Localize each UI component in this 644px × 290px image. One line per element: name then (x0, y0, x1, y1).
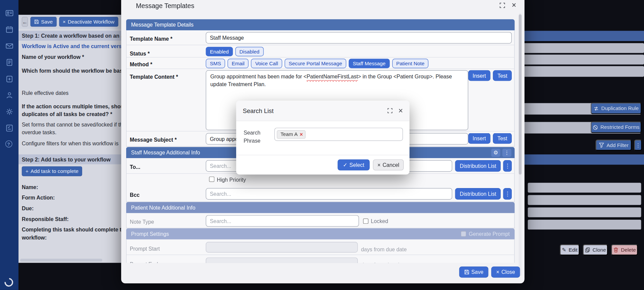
method-voice-call-toggle[interactable]: Voice Call (251, 59, 282, 68)
prompt-start-input (206, 242, 358, 253)
delete-button[interactable]: Delete (611, 244, 638, 255)
check-icon: ✓ (343, 162, 347, 168)
close-modal-button[interactable]: × (512, 2, 516, 8)
chip-remove-icon[interactable]: × (300, 131, 303, 137)
person-icon (5, 91, 13, 99)
restricted-forms-button[interactable]: Restricted Forms (591, 121, 641, 133)
add-filter-button[interactable]: Add Filter (596, 140, 632, 151)
cancel-button[interactable]: × Cancel (373, 159, 404, 171)
workflow-form-label: Which form should the workflow be based (22, 68, 121, 74)
kebab-icon: ⋮ (504, 149, 509, 155)
gear-icon: ⚙ (493, 149, 498, 155)
dialog-footer: ✓ Select × Cancel (236, 155, 409, 175)
contact-card-icon (5, 9, 13, 17)
sidebar-item-settings[interactable] (5, 108, 13, 116)
duplicates-question-line2: duplicates of all tasks be created? * (22, 111, 112, 117)
save-icon (34, 19, 39, 24)
modal-title: Message Templates (136, 2, 194, 10)
sidebar-item-help[interactable]: ? (5, 140, 13, 148)
save-workflow-button[interactable]: Save (30, 17, 57, 27)
prompt-end-input (206, 257, 358, 263)
task-name-label: Name: (22, 184, 38, 190)
locked-checkbox[interactable] (363, 218, 368, 224)
prompt-settings-section-header: Prompt Settings Generate Prompt (126, 228, 515, 240)
gear-icon (5, 108, 13, 116)
rule-dates-label: Rule effective dates (22, 90, 69, 96)
sidebar-item-intake[interactable] (5, 75, 13, 83)
sidebar-item-calendar[interactable] (5, 26, 13, 34)
save-icon (464, 269, 469, 275)
subject-test-button[interactable]: Test (493, 133, 512, 144)
high-priority-checkbox[interactable] (209, 177, 214, 182)
step2-header: Step 2: Add tasks to your workflow (19, 154, 121, 164)
sidebar-item-tasks[interactable] (5, 124, 13, 132)
dialog-close-button[interactable]: × (398, 108, 403, 113)
modal-close-button[interactable]: × Close (491, 266, 520, 278)
prompt-end-suffix: days from due date (358, 257, 407, 263)
dialog-maximize-button[interactable] (387, 108, 393, 113)
mail-icon (5, 42, 13, 50)
background-section-header (517, 31, 644, 41)
method-secure-portal-toggle[interactable]: Secure Portal Message (285, 59, 346, 68)
duplication-rule-button[interactable]: Duplication Rule (591, 103, 641, 114)
bcc-distribution-list-button[interactable]: Distribution List (455, 188, 501, 200)
modal-scrollbar[interactable] (519, 13, 522, 276)
method-email-toggle[interactable]: Email (227, 59, 249, 68)
filter-kebab-button[interactable]: ⋮ (634, 140, 642, 151)
bcc-search-input[interactable] (206, 188, 453, 200)
patient-note-section-header: Patient Note Additional Info (126, 202, 515, 213)
restricted-icon (593, 124, 598, 130)
template-name-input[interactable] (206, 32, 512, 43)
clone-button[interactable]: Clone (583, 244, 608, 255)
prompt-end-label: Prompt End (130, 257, 206, 263)
horizontal-scrollbar[interactable] (20, 259, 102, 262)
status-enabled-toggle[interactable]: Enabled (206, 47, 233, 56)
select-button[interactable]: ✓ Select (337, 159, 369, 171)
template-name-label: Template Name * (130, 32, 206, 42)
method-sms-toggle[interactable]: SMS (206, 59, 225, 68)
task-form-action-label: Form Action: (22, 195, 55, 201)
sidebar-item-messages[interactable] (5, 42, 13, 50)
back-button[interactable]: ← (22, 17, 28, 27)
details-section-header: Message Template Details (126, 19, 515, 30)
background-list-row (528, 220, 641, 229)
to-distribution-list-button[interactable]: Distribution List (455, 160, 501, 172)
to-kebab-button[interactable]: ⋮ (503, 160, 512, 172)
bcc-label: Bcc (130, 188, 206, 198)
bcc-kebab-button[interactable]: ⋮ (503, 188, 512, 200)
workflow-editor-panel: ← Save × Deactivate Workflow Step 1: Cre… (19, 15, 121, 263)
background-form-row (517, 55, 644, 64)
to-label: To... (130, 160, 206, 170)
edit-button[interactable]: ✎ Edit (560, 244, 580, 255)
content-test-button[interactable]: Test (493, 70, 512, 81)
deactivate-workflow-button[interactable]: × Deactivate Workflow (59, 17, 118, 27)
content-insert-button[interactable]: Insert (468, 70, 491, 81)
generate-prompt-checkbox (461, 231, 466, 237)
sidebar-item-contacts[interactable] (5, 9, 13, 17)
app-viewport: ? ← Save × Deactivate Workflow Step 1: C… (0, 0, 644, 290)
method-staff-message-toggle[interactable]: Staff Message (349, 59, 390, 68)
modal-save-button[interactable]: Save (459, 266, 488, 278)
maximize-button[interactable] (499, 2, 505, 8)
note-type-search-input[interactable] (206, 215, 359, 227)
app-logo-icon (3, 276, 15, 288)
section-kebab-button[interactable]: ⋮ (502, 148, 511, 156)
search-phrase-input[interactable]: Team A × (274, 128, 403, 141)
kebab-icon: ⋮ (505, 162, 510, 169)
background-form-row (517, 43, 644, 53)
method-patient-note-toggle[interactable]: Patient Note (392, 59, 428, 68)
app-sidebar: ? (0, 0, 19, 290)
sidebar-item-forms[interactable] (5, 58, 13, 66)
background-list-row (528, 195, 641, 205)
status-disabled-toggle[interactable]: Disabled (235, 47, 263, 56)
modal-titlebar: Message Templates × (121, 0, 525, 19)
maximize-icon (387, 108, 393, 113)
close-icon: × (378, 162, 381, 168)
sidebar-item-patients[interactable] (5, 91, 13, 99)
section-settings-button[interactable]: ⚙ (491, 148, 500, 156)
note-type-label: Note Type (130, 215, 206, 225)
scrollbar-thumb[interactable] (519, 14, 522, 175)
close-icon: × (496, 269, 499, 275)
add-task-button[interactable]: + Add task to complete (22, 166, 82, 176)
subject-insert-button[interactable]: Insert (468, 133, 491, 144)
